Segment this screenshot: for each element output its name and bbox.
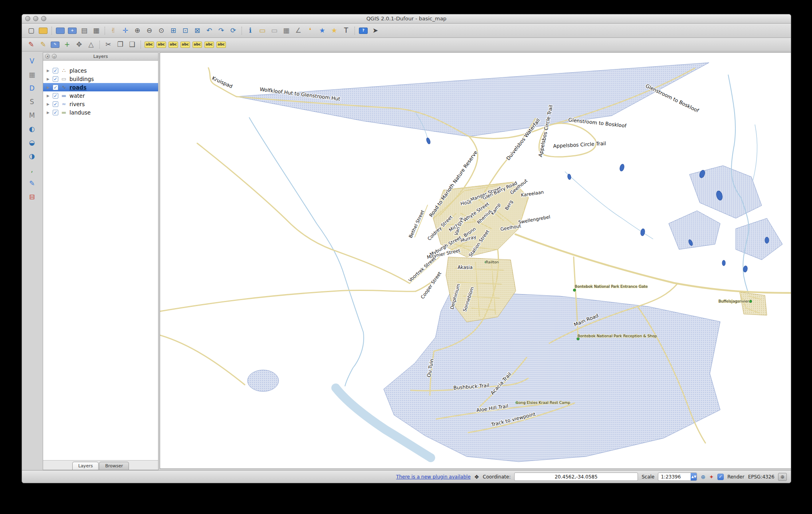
add-vector-layer-button[interactable]: V (26, 55, 38, 67)
add-vector-layer-icon: V (30, 58, 34, 65)
save-layer-edits-button[interactable]: ✎ (50, 39, 61, 50)
add-postgis-layer-button[interactable]: D (26, 83, 38, 94)
add-delimited-text-layer-button[interactable]: , (26, 164, 38, 175)
paste-features-button[interactable]: ❑ (127, 39, 138, 50)
help-contents-button[interactable]: ? (358, 25, 369, 36)
text-annotation-button[interactable]: T (341, 25, 352, 36)
composer-manager-button[interactable]: ▦ (91, 25, 102, 36)
zoom-next-button[interactable]: ↷ (216, 25, 227, 36)
detach-panel-button[interactable]: ▫ (52, 54, 57, 59)
new-plugin-link[interactable]: There is a new plugin available (396, 474, 470, 480)
new-bookmark-button[interactable]: ★ (317, 25, 328, 36)
tab-layers[interactable]: Layers (72, 462, 99, 470)
add-raster-layer-button[interactable]: ▦ (26, 69, 38, 80)
add-wfs-layer-button[interactable]: ◑ (26, 150, 38, 162)
layer-item-buildings[interactable]: ▶✓▭buildings (43, 75, 158, 83)
pan-map-button[interactable]: ✛ (120, 25, 131, 36)
label-highlight-pinned-button[interactable]: abc (168, 39, 179, 50)
whats-this-button[interactable]: ➤ (370, 25, 381, 36)
label-show-hide-button[interactable]: abc (180, 39, 191, 50)
expand-arrow-icon[interactable]: ▶ (47, 69, 50, 73)
show-bookmarks-button[interactable]: ★ (329, 25, 340, 36)
layer-label: roads (69, 84, 87, 91)
move-feature-button[interactable]: ✥ (73, 39, 85, 50)
zoom-native-button[interactable]: ⊙ (156, 25, 167, 36)
map-canvas[interactable]: KruispadWolfkloof Hut to Glenstroom HutG… (160, 53, 791, 469)
add-wcs-layer-button[interactable]: ◒ (26, 137, 38, 148)
copy-features-button[interactable]: ❐ (115, 39, 126, 50)
touch-zoom-pan-button[interactable]: ✌ (108, 25, 119, 36)
open-project-button[interactable] (38, 25, 49, 36)
select-features-button[interactable]: ▭ (257, 25, 268, 36)
expand-arrow-icon[interactable]: ▶ (47, 85, 50, 89)
expand-arrow-icon[interactable]: ▶ (47, 94, 50, 98)
expand-arrow-icon[interactable]: ▶ (47, 111, 50, 115)
copy-features-icon: ❐ (117, 41, 123, 48)
layer-item-landuse[interactable]: ▶✓▬landuse (43, 108, 158, 117)
crs-status-button[interactable]: ⊕ (778, 473, 787, 481)
layer-visibility-checkbox[interactable]: ✓ (53, 76, 58, 82)
add-wms-layer-button[interactable]: ◐ (26, 123, 38, 134)
coordinate-label: Coordinate: (483, 474, 511, 480)
label-rotate-button[interactable]: abc (204, 39, 215, 50)
save-project-button[interactable] (55, 25, 66, 36)
layer-label: rivers (69, 101, 85, 107)
label-move-button[interactable]: abc (192, 39, 203, 50)
add-mssql-layer-button[interactable]: M (26, 110, 38, 121)
layer-visibility-checkbox[interactable]: ✓ (53, 68, 58, 73)
layer-item-rivers[interactable]: ▶✓≈rivers (43, 100, 158, 108)
add-postgis-layer-icon: D (29, 85, 34, 92)
coordinate-input[interactable] (514, 472, 638, 481)
zoom-in-button[interactable]: ⊕ (132, 25, 143, 36)
layer-visibility-checkbox[interactable]: ✓ (53, 93, 58, 99)
map-tips-button[interactable]: ❛ (305, 25, 316, 36)
new-print-composer-button[interactable]: ▤ (79, 25, 90, 36)
expand-arrow-icon[interactable]: ▶ (47, 102, 50, 106)
toggle-editing-button[interactable]: ✎ (38, 39, 49, 50)
zoom-window-button[interactable] (41, 16, 46, 21)
zoom-out-button[interactable]: ⊖ (144, 25, 155, 36)
scale-combobox[interactable]: 1:23396 ▲▼ (658, 472, 697, 481)
map-tips-icon: ❛ (309, 27, 311, 34)
zoom-to-selection-button[interactable]: ⊡ (180, 25, 191, 36)
tab-browser[interactable]: Browser (99, 462, 129, 470)
layer-visibility-checkbox[interactable]: ✓ (53, 85, 58, 90)
layer-visibility-checkbox[interactable]: ✓ (53, 101, 58, 107)
zoom-full-button[interactable]: ⊞ (168, 25, 179, 36)
add-spatialite-layer-button[interactable]: S (26, 96, 38, 107)
new-project-button[interactable]: ▢ (26, 25, 37, 36)
layer-item-water[interactable]: ▶✓▬water (43, 91, 158, 100)
minimize-window-button[interactable] (33, 16, 38, 21)
close-window-button[interactable] (25, 16, 30, 21)
layer-item-places[interactable]: ▶✓∴places (43, 66, 158, 75)
identify-features-button[interactable]: ℹ (245, 25, 256, 36)
current-edits-button[interactable]: ✎ (26, 39, 37, 50)
add-delimited-text-layer-icon: , (31, 166, 33, 173)
render-checkbox[interactable]: ✓ (717, 474, 724, 480)
deselect-features-button[interactable]: ▭ (269, 25, 280, 36)
layer-item-roads[interactable]: ▶✓∿roads (43, 83, 158, 91)
scale-magnifier-icon[interactable]: ⊕ (701, 474, 705, 480)
open-attribute-table-button[interactable]: ▦ (281, 25, 292, 36)
remove-layer-button[interactable]: ⊟ (26, 191, 38, 202)
combo-arrows-icon[interactable]: ▲▼ (691, 473, 697, 480)
refresh-map-button[interactable]: ⟳ (228, 25, 239, 36)
label-highlight-pinned-icon: abc (168, 42, 178, 48)
close-panel-button[interactable]: ✕ (45, 54, 50, 59)
node-tool-button[interactable]: △ (85, 39, 97, 50)
label-pin-unpin-button[interactable]: abc (156, 39, 167, 50)
label-properties-button[interactable]: abc (216, 39, 227, 50)
title-bar[interactable]: QGIS 2.0.1-Dufour - basic_map (22, 14, 791, 24)
add-feature-button[interactable]: + (61, 39, 73, 50)
save-project-as-button[interactable]: + (67, 25, 78, 36)
zoom-last-button[interactable]: ↶ (204, 25, 215, 36)
layer-visibility-checkbox[interactable]: ✓ (53, 110, 58, 115)
expand-arrow-icon[interactable]: ▶ (47, 77, 50, 81)
zoom-to-layer-button[interactable]: ⊠ (192, 25, 203, 36)
cut-features-button[interactable]: ✂ (103, 39, 114, 50)
new-shapefile-layer-button[interactable]: ✎ (26, 178, 38, 189)
labeling-options-button[interactable]: abc (144, 39, 155, 50)
stop-render-icon[interactable]: ✦ (709, 474, 714, 480)
label-rotate-icon: abc (204, 42, 214, 48)
measure-line-button[interactable]: ∠ (293, 25, 304, 36)
